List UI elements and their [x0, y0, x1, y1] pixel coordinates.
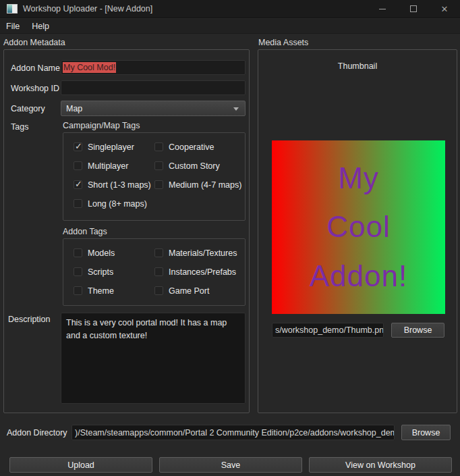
chevron-down-icon — [233, 107, 239, 111]
workshop-id-input[interactable] — [61, 80, 246, 95]
category-value: Map — [66, 104, 82, 113]
save-button[interactable]: Save — [159, 457, 302, 473]
checkbox-icon[interactable] — [154, 267, 163, 276]
addon-name-selected-text: My Cool Mod! — [63, 62, 116, 73]
checkbox-icon[interactable] — [74, 286, 82, 295]
addon-tags-groupbox: Models Materials/Textures Scripts Instan… — [63, 238, 246, 306]
addon-tags-group-label: Addon Tags — [63, 227, 107, 236]
checkbox-models[interactable]: Models — [74, 248, 154, 258]
checkbox-theme[interactable]: Theme — [74, 286, 154, 296]
checkbox-icon[interactable] — [154, 161, 163, 170]
menu-bar: File Help — [0, 19, 460, 34]
addon-tags-grid: Models Materials/Textures Scripts Instan… — [63, 239, 245, 296]
campaign-tags-grid: Singleplayer Cooperative Multiplayer Cus… — [63, 133, 245, 209]
title-bar: Workshop Uploader - [New Addon] ✕ — [0, 0, 460, 18]
checkbox-short-maps[interactable]: Short (1-3 maps) — [74, 180, 154, 190]
checkbox-icon[interactable] — [74, 199, 82, 208]
app-window: Workshop Uploader - [New Addon] ✕ File H… — [0, 0, 460, 476]
view-on-workshop-button[interactable]: View on Workshop — [309, 457, 452, 473]
thumbnail-text-line: Cool — [326, 203, 391, 252]
minimize-icon — [379, 9, 386, 9]
menu-file[interactable]: File — [0, 19, 26, 33]
media-assets-group-label: Media Assets — [258, 38, 308, 47]
minimize-button[interactable] — [367, 0, 398, 18]
description-textarea[interactable]: This is a very cool portal mod! It has a… — [61, 313, 246, 404]
close-button[interactable]: ✕ — [429, 0, 460, 18]
thumbnail-image: My Cool Addon! — [272, 140, 445, 314]
campaign-tags-groupbox: Singleplayer Cooperative Multiplayer Cus… — [63, 132, 246, 221]
checkbox-icon[interactable] — [154, 248, 163, 257]
addon-name-input[interactable]: My Cool Mod! — [61, 60, 246, 75]
checkbox-long-maps[interactable]: Long (8+ maps) — [74, 199, 154, 209]
checkbox-icon[interactable] — [74, 142, 82, 151]
thumbnail-path-input[interactable]: s/workshop_demo/Thumb.png — [272, 323, 384, 338]
checkbox-instances-prefabs[interactable]: Instances/Prefabs — [154, 267, 245, 277]
checkbox-multiplayer[interactable]: Multiplayer — [74, 161, 154, 171]
checkbox-custom-story[interactable]: Custom Story — [154, 161, 245, 171]
checkbox-icon[interactable] — [74, 161, 82, 170]
menu-help[interactable]: Help — [26, 19, 55, 33]
thumbnail-text-line: Addon! — [310, 252, 407, 301]
checkbox-game-port[interactable]: Game Port — [154, 286, 245, 296]
thumbnail-label: Thumbnail — [258, 61, 457, 71]
tags-label: Tags — [11, 122, 28, 132]
category-dropdown[interactable]: Map — [61, 101, 246, 116]
addon-directory-input[interactable]: )/Steam/steamapps/common/Portal 2 Commun… — [71, 425, 395, 440]
thumbnail-browse-button[interactable]: Browse — [391, 323, 444, 338]
addon-name-label: Addon Name — [11, 63, 60, 73]
checkbox-icon[interactable] — [74, 180, 82, 189]
upload-button[interactable]: Upload — [9, 457, 152, 473]
checkbox-icon[interactable] — [74, 248, 82, 257]
addon-metadata-group-label: Addon Metadata — [3, 38, 65, 47]
thumbnail-text-line: My — [338, 154, 379, 203]
app-icon — [7, 4, 18, 14]
app-icon-left — [7, 5, 12, 13]
maximize-icon — [410, 5, 417, 12]
campaign-tags-group-label: Campaign/Map Tags — [63, 121, 140, 130]
addon-directory-browse-button[interactable]: Browse — [401, 425, 451, 440]
checkbox-icon[interactable] — [154, 286, 163, 295]
description-label: Description — [8, 315, 51, 324]
workshop-id-label: Workshop ID — [11, 84, 59, 93]
checkbox-singleplayer[interactable]: Singleplayer — [74, 142, 154, 152]
addon-directory-label: Addon Directory — [7, 428, 67, 438]
window-controls: ✕ — [367, 0, 460, 18]
checkbox-scripts[interactable]: Scripts — [74, 267, 154, 277]
checkbox-cooperative[interactable]: Cooperative — [154, 142, 245, 152]
maximize-button[interactable] — [398, 0, 429, 18]
checkbox-icon[interactable] — [74, 267, 82, 276]
checkbox-icon[interactable] — [154, 142, 163, 151]
checkbox-materials-textures[interactable]: Materials/Textures — [154, 248, 245, 258]
checkbox-icon[interactable] — [154, 180, 163, 189]
app-icon-right — [12, 5, 17, 13]
checkbox-medium-maps[interactable]: Medium (4-7 maps) — [154, 180, 245, 190]
window-title: Workshop Uploader - [New Addon] — [23, 4, 152, 14]
category-label: Category — [11, 104, 45, 113]
